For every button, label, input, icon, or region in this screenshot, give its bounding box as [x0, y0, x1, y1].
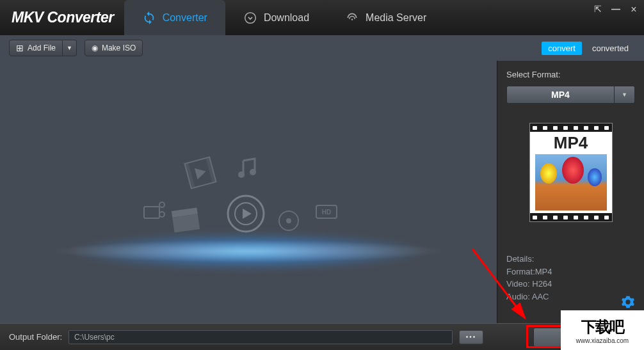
make-iso-button[interactable]: ◉ Make ISO: [85, 40, 143, 56]
output-folder-label: Output Folder:: [9, 332, 62, 342]
tab-media-server[interactable]: Media Server: [327, 0, 444, 35]
gear-icon: [621, 295, 635, 309]
output-folder-input[interactable]: [68, 330, 453, 344]
format-details: Details: Format:MP4 Video: H264 Audio: A…: [506, 253, 635, 303]
music-icon: [236, 155, 261, 181]
add-file-dropdown[interactable]: ▼: [63, 40, 77, 56]
svg-point-1: [351, 19, 353, 20]
watermark-text: 下载吧: [581, 317, 624, 337]
play-circle-icon: [226, 194, 266, 234]
format-select[interactable]: MP4 ▼: [506, 86, 635, 104]
converted-tab[interactable]: converted: [586, 42, 635, 55]
window-controls: ⇱ — ×: [593, 4, 639, 15]
refresh-icon: [142, 11, 156, 25]
convert-status-tabs: convert converted: [542, 42, 635, 55]
svg-text:HD: HD: [322, 209, 331, 216]
add-file-label: Add File: [28, 44, 56, 52]
preview-thumbnail: MP4: [529, 123, 613, 222]
plus-icon: ⊞: [16, 44, 24, 52]
close-icon[interactable]: ×: [629, 4, 639, 15]
format-value: MP4: [506, 86, 615, 104]
format-dropdown-button[interactable]: ▼: [615, 86, 635, 104]
svg-point-9: [238, 171, 245, 178]
svg-rect-2: [144, 207, 159, 218]
settings-button[interactable]: [621, 295, 635, 312]
toolbar: ⊞ Add File ▼ ◉ Make ISO convert converte…: [0, 35, 644, 61]
clapper-icon: [170, 206, 202, 234]
main-tabs: Converter Download Media Server: [124, 0, 445, 35]
svg-marker-6: [195, 166, 207, 180]
tab-download[interactable]: Download: [225, 0, 327, 35]
film-icon: [181, 153, 220, 192]
svg-point-17: [286, 218, 291, 223]
watermark-overlay: 下载吧 www.xiazaiba.com: [561, 310, 644, 350]
details-video: Video: H264: [506, 278, 635, 290]
select-format-label: Select Format:: [506, 70, 635, 79]
chevron-down-icon: ▼: [622, 91, 627, 98]
signal-icon: [345, 11, 359, 25]
body-layout: HD Select Format: MP4 ▼ MP4 Details:: [0, 61, 644, 323]
details-audio: Audio: AAC: [506, 290, 635, 303]
app-header: MKV Converter Converter Download Media S…: [0, 0, 644, 35]
details-heading: Details:: [506, 253, 635, 266]
convert-tab[interactable]: convert: [542, 42, 582, 55]
watermark-url: www.xiazaiba.com: [576, 337, 629, 344]
disc-icon: ◉: [92, 44, 98, 52]
preview-scene: [535, 154, 607, 211]
glow-highlight: [50, 240, 447, 262]
chevron-down-icon: ▼: [67, 45, 72, 51]
footer-bar: Output Folder: ••• Open: [0, 323, 644, 350]
app-title: MKV Converter: [0, 9, 120, 26]
add-file-button[interactable]: ⊞ Add File: [9, 40, 63, 56]
tab-label: Converter: [163, 12, 207, 24]
details-format: Format:MP4: [506, 266, 635, 278]
film-perforation: [530, 213, 612, 221]
popout-icon[interactable]: ⇱: [593, 4, 603, 15]
hd-icon: HD: [316, 205, 337, 219]
format-sidebar: Select Format: MP4 ▼ MP4 Details: Format…: [497, 61, 644, 323]
svg-point-10: [250, 169, 256, 175]
add-file-group: ⊞ Add File ▼: [9, 40, 77, 56]
svg-point-0: [245, 12, 256, 23]
preview-format-label: MP4: [530, 132, 612, 154]
main-drop-area[interactable]: HD: [0, 61, 497, 323]
tab-converter[interactable]: Converter: [124, 0, 225, 35]
tab-label: Media Server: [366, 12, 426, 24]
camera-icon: [143, 202, 168, 221]
svg-marker-15: [243, 209, 252, 219]
minimize-icon[interactable]: —: [611, 4, 621, 15]
make-iso-label: Make ISO: [102, 44, 136, 52]
browse-button[interactable]: •••: [459, 330, 483, 344]
svg-point-3: [159, 202, 165, 207]
film-perforation: [530, 123, 612, 132]
disc-icon: [277, 209, 300, 232]
download-icon: [243, 11, 257, 25]
format-preview: MP4: [506, 123, 635, 222]
tab-label: Download: [264, 12, 309, 24]
svg-point-4: [159, 212, 165, 217]
